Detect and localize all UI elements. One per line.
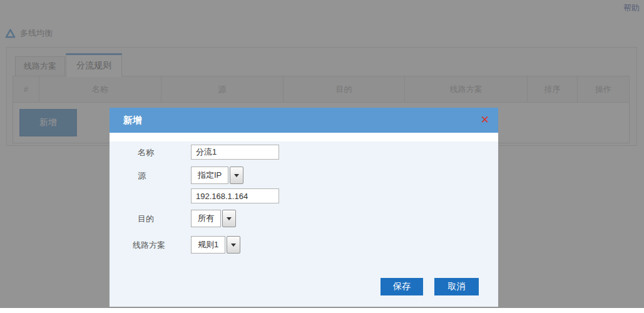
dropdown-caret-icon[interactable] (222, 210, 236, 227)
line-scheme-select[interactable]: 规则1 (191, 236, 240, 254)
name-label: 名称 (138, 147, 154, 158)
add-rule-dialog: 新增 ✕ 名称 源 指定IP 目的 所有 线路方案 规则1 保存 取消 (110, 108, 498, 307)
line-scheme-label: 线路方案 (133, 240, 165, 251)
source-ip-input[interactable] (191, 188, 279, 203)
destination-label: 目的 (138, 213, 154, 225)
destination-select-value: 所有 (191, 210, 221, 227)
source-label: 源 (138, 170, 146, 182)
cancel-button[interactable]: 取消 (434, 278, 479, 295)
save-button[interactable]: 保存 (381, 278, 423, 295)
name-input[interactable] (191, 145, 279, 160)
dropdown-caret-icon[interactable] (227, 236, 240, 254)
dropdown-caret-icon[interactable] (230, 167, 243, 184)
dialog-header: 新增 ✕ (110, 108, 498, 133)
destination-select[interactable]: 所有 (191, 210, 236, 227)
dialog-title: 新增 (110, 108, 498, 133)
line-scheme-select-value: 规则1 (191, 236, 225, 254)
source-select[interactable]: 指定IP (191, 167, 243, 184)
close-icon[interactable]: ✕ (481, 108, 489, 133)
source-select-value: 指定IP (191, 167, 228, 184)
